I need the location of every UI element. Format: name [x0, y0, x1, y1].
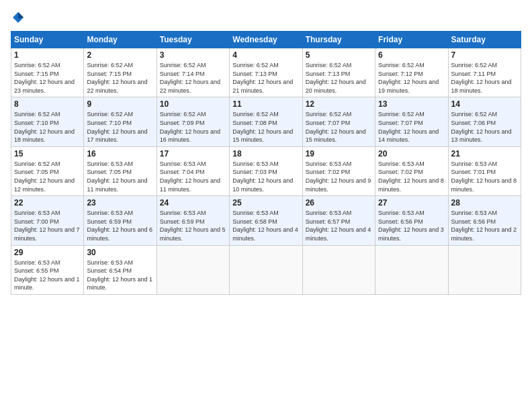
- calendar-day-cell: [448, 245, 521, 294]
- calendar-day-cell: 24Sunrise: 6:53 AMSunset: 6:59 PMDayligh…: [157, 196, 229, 245]
- day-number: 2: [87, 50, 153, 60]
- day-number: 14: [451, 99, 518, 109]
- calendar-day-cell: 10Sunrise: 6:52 AMSunset: 7:09 PMDayligh…: [157, 97, 229, 146]
- day-number: 12: [306, 99, 372, 109]
- calendar-day-cell: [157, 245, 229, 294]
- day-info: Sunrise: 6:53 AMSunset: 6:55 PMDaylight:…: [14, 259, 81, 292]
- day-info: Sunrise: 6:52 AMSunset: 7:05 PMDaylight:…: [14, 160, 81, 193]
- day-info: Sunrise: 6:53 AMSunset: 6:58 PMDaylight:…: [232, 209, 299, 242]
- day-info: Sunrise: 6:53 AMSunset: 6:57 PMDaylight:…: [306, 209, 372, 242]
- calendar-week-row: 8Sunrise: 6:52 AMSunset: 7:10 PMDaylight…: [11, 97, 521, 146]
- day-number: 17: [160, 149, 226, 158]
- day-info: Sunrise: 6:52 AMSunset: 7:06 PMDaylight:…: [451, 110, 518, 144]
- day-number: 11: [232, 99, 299, 109]
- day-number: 6: [378, 50, 445, 60]
- day-number: 21: [451, 149, 518, 158]
- calendar-day-header: Friday: [375, 32, 448, 48]
- day-number: 23: [87, 198, 153, 208]
- calendar-day-cell: 23Sunrise: 6:53 AMSunset: 6:59 PMDayligh…: [84, 196, 157, 245]
- day-info: Sunrise: 6:53 AMSunset: 6:56 PMDaylight:…: [378, 209, 445, 242]
- day-number: 18: [232, 149, 299, 158]
- calendar-day-cell: 21Sunrise: 6:53 AMSunset: 7:01 PMDayligh…: [448, 146, 521, 195]
- day-info: Sunrise: 6:53 AMSunset: 7:02 PMDaylight:…: [306, 160, 372, 193]
- day-info: Sunrise: 6:52 AMSunset: 7:15 PMDaylight:…: [87, 61, 153, 95]
- day-number: 22: [14, 198, 81, 208]
- day-number: 28: [451, 198, 518, 208]
- day-info: Sunrise: 6:52 AMSunset: 7:09 PMDaylight:…: [160, 110, 226, 144]
- day-number: 1: [14, 50, 81, 60]
- calendar-day-cell: 12Sunrise: 6:52 AMSunset: 7:07 PMDayligh…: [302, 97, 375, 146]
- calendar-day-cell: 14Sunrise: 6:52 AMSunset: 7:06 PMDayligh…: [448, 97, 521, 146]
- calendar-day-cell: 15Sunrise: 6:52 AMSunset: 7:05 PMDayligh…: [11, 146, 84, 195]
- calendar-day-cell: 3Sunrise: 6:52 AMSunset: 7:14 PMDaylight…: [157, 48, 229, 97]
- calendar-day-cell: 18Sunrise: 6:53 AMSunset: 7:03 PMDayligh…: [230, 146, 302, 195]
- calendar-day-cell: 13Sunrise: 6:52 AMSunset: 7:07 PMDayligh…: [375, 97, 448, 146]
- day-number: 3: [160, 50, 226, 60]
- day-info: Sunrise: 6:53 AMSunset: 6:56 PMDaylight:…: [451, 209, 518, 242]
- day-info: Sunrise: 6:52 AMSunset: 7:13 PMDaylight:…: [306, 61, 372, 95]
- day-info: Sunrise: 6:52 AMSunset: 7:12 PMDaylight:…: [378, 61, 445, 95]
- calendar-day-cell: 20Sunrise: 6:53 AMSunset: 7:02 PMDayligh…: [375, 146, 448, 195]
- calendar-day-header: Monday: [84, 32, 157, 48]
- calendar-day-cell: 29Sunrise: 6:53 AMSunset: 6:55 PMDayligh…: [11, 245, 84, 294]
- calendar-day-cell: 2Sunrise: 6:52 AMSunset: 7:15 PMDaylight…: [84, 48, 157, 97]
- day-info: Sunrise: 6:52 AMSunset: 7:08 PMDaylight:…: [232, 110, 299, 144]
- day-number: 30: [87, 248, 153, 257]
- day-number: 5: [306, 50, 372, 60]
- calendar-week-row: 15Sunrise: 6:52 AMSunset: 7:05 PMDayligh…: [11, 146, 521, 195]
- day-number: 29: [14, 248, 81, 257]
- calendar-day-cell: 1Sunrise: 6:52 AMSunset: 7:15 PMDaylight…: [11, 48, 84, 97]
- calendar-day-cell: 30Sunrise: 6:53 AMSunset: 6:54 PMDayligh…: [84, 245, 157, 294]
- day-number: 25: [232, 198, 299, 208]
- day-info: Sunrise: 6:53 AMSunset: 7:01 PMDaylight:…: [451, 160, 518, 193]
- day-number: 16: [87, 149, 153, 158]
- calendar-day-cell: 7Sunrise: 6:52 AMSunset: 7:11 PMDaylight…: [448, 48, 521, 97]
- day-info: Sunrise: 6:52 AMSunset: 7:11 PMDaylight:…: [451, 61, 518, 95]
- day-number: 20: [378, 149, 445, 158]
- calendar-day-cell: 26Sunrise: 6:53 AMSunset: 6:57 PMDayligh…: [302, 196, 375, 245]
- calendar-day-cell: 4Sunrise: 6:52 AMSunset: 7:13 PMDaylight…: [230, 48, 302, 97]
- day-number: 13: [378, 99, 445, 109]
- day-info: Sunrise: 6:53 AMSunset: 7:05 PMDaylight:…: [87, 160, 153, 193]
- calendar-day-header: Tuesday: [157, 32, 229, 48]
- day-info: Sunrise: 6:53 AMSunset: 6:59 PMDaylight:…: [87, 209, 153, 242]
- page-container: SundayMondayTuesdayWednesdayThursdayFrid…: [0, 0, 532, 411]
- day-number: 4: [232, 50, 299, 60]
- calendar-day-cell: 8Sunrise: 6:52 AMSunset: 7:10 PMDaylight…: [11, 97, 84, 146]
- calendar-day-header: Thursday: [302, 32, 375, 48]
- calendar-day-cell: 19Sunrise: 6:53 AMSunset: 7:02 PMDayligh…: [302, 146, 375, 195]
- calendar-day-cell: [230, 245, 302, 294]
- day-number: 9: [87, 99, 153, 109]
- day-info: Sunrise: 6:52 AMSunset: 7:10 PMDaylight:…: [14, 110, 81, 144]
- day-info: Sunrise: 6:53 AMSunset: 7:04 PMDaylight:…: [160, 160, 226, 193]
- calendar-day-cell: 22Sunrise: 6:53 AMSunset: 7:00 PMDayligh…: [11, 196, 84, 245]
- calendar-week-row: 22Sunrise: 6:53 AMSunset: 7:00 PMDayligh…: [11, 196, 521, 245]
- logo: [11, 11, 26, 24]
- calendar-day-cell: 27Sunrise: 6:53 AMSunset: 6:56 PMDayligh…: [375, 196, 448, 245]
- day-number: 19: [306, 149, 372, 158]
- day-info: Sunrise: 6:53 AMSunset: 7:03 PMDaylight:…: [232, 160, 299, 193]
- day-number: 15: [14, 149, 81, 158]
- calendar-header-row: SundayMondayTuesdayWednesdayThursdayFrid…: [11, 32, 521, 48]
- day-info: Sunrise: 6:52 AMSunset: 7:15 PMDaylight:…: [14, 61, 81, 95]
- calendar-week-row: 1Sunrise: 6:52 AMSunset: 7:15 PMDaylight…: [11, 48, 521, 97]
- calendar-day-cell: 28Sunrise: 6:53 AMSunset: 6:56 PMDayligh…: [448, 196, 521, 245]
- calendar-day-cell: [375, 245, 448, 294]
- day-info: Sunrise: 6:52 AMSunset: 7:14 PMDaylight:…: [160, 61, 226, 95]
- calendar-day-cell: 9Sunrise: 6:52 AMSunset: 7:10 PMDaylight…: [84, 97, 157, 146]
- calendar-day-header: Sunday: [11, 32, 84, 48]
- day-number: 26: [306, 198, 372, 208]
- day-info: Sunrise: 6:53 AMSunset: 7:00 PMDaylight:…: [14, 209, 81, 242]
- day-number: 8: [14, 99, 81, 109]
- day-info: Sunrise: 6:53 AMSunset: 6:54 PMDaylight:…: [87, 259, 153, 292]
- day-info: Sunrise: 6:52 AMSunset: 7:07 PMDaylight:…: [306, 110, 372, 144]
- calendar-day-cell: 17Sunrise: 6:53 AMSunset: 7:04 PMDayligh…: [157, 146, 229, 195]
- day-number: 27: [378, 198, 445, 208]
- day-info: Sunrise: 6:53 AMSunset: 7:02 PMDaylight:…: [378, 160, 445, 193]
- day-number: 10: [160, 99, 226, 109]
- logo-icon: [11, 11, 25, 24]
- calendar-day-cell: 11Sunrise: 6:52 AMSunset: 7:08 PMDayligh…: [230, 97, 302, 146]
- calendar-day-cell: 16Sunrise: 6:53 AMSunset: 7:05 PMDayligh…: [84, 146, 157, 195]
- calendar-day-cell: 6Sunrise: 6:52 AMSunset: 7:12 PMDaylight…: [375, 48, 448, 97]
- calendar-day-header: Wednesday: [230, 32, 302, 48]
